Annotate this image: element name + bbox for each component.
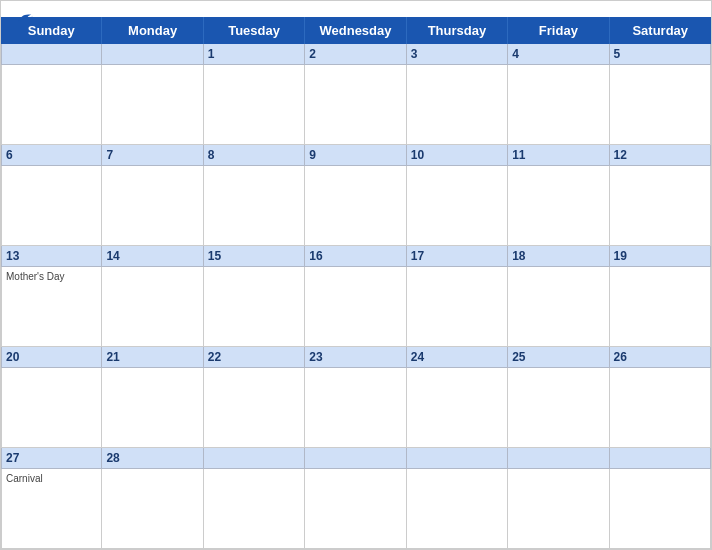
day-content-cell: [508, 166, 609, 246]
day-number-cell: 25: [508, 347, 609, 368]
day-header-tuesday: Tuesday: [204, 17, 305, 44]
day-content-cell: [610, 267, 711, 347]
day-content-cell: [508, 267, 609, 347]
day-number-cell: 19: [610, 246, 711, 267]
day-number-cell: 6: [1, 145, 102, 166]
day-number-cell: 23: [305, 347, 406, 368]
event-label: Mother's Day: [6, 271, 65, 282]
day-number-cell: 26: [610, 347, 711, 368]
day-header-thursday: Thursday: [407, 17, 508, 44]
day-number-cell: 14: [102, 246, 203, 267]
day-number-cell: 5: [610, 44, 711, 65]
calendar-header: [1, 1, 711, 17]
day-number-cell: 2: [305, 44, 406, 65]
calendar-grid: 12345678910111213141516171819Mother's Da…: [1, 44, 711, 549]
week-content-row-4: [1, 368, 711, 448]
day-number-cell: 21: [102, 347, 203, 368]
week-num-row-3: 13141516171819: [1, 246, 711, 267]
day-content-cell: [204, 469, 305, 549]
day-number-cell: 28: [102, 448, 203, 469]
day-content-cell: [204, 267, 305, 347]
week-num-row-1: 12345: [1, 44, 711, 65]
day-content-cell: [305, 469, 406, 549]
week-num-row-5: 2728: [1, 448, 711, 469]
day-content-cell: [610, 65, 711, 145]
day-number-cell: 15: [204, 246, 305, 267]
day-content-cell: [305, 368, 406, 448]
day-number-cell: 11: [508, 145, 609, 166]
day-number-cell: [1, 44, 102, 65]
day-number-cell: 10: [407, 145, 508, 166]
day-content-cell: [204, 166, 305, 246]
calendar: SundayMondayTuesdayWednesdayThursdayFrid…: [0, 0, 712, 550]
day-number-cell: 22: [204, 347, 305, 368]
logo-blue: [17, 11, 35, 25]
day-number-cell: 8: [204, 145, 305, 166]
logo-bird-icon: [17, 11, 33, 25]
day-number-cell: [407, 448, 508, 469]
day-number-cell: [508, 448, 609, 469]
day-content-cell: Carnival: [1, 469, 102, 549]
day-header-monday: Monday: [102, 17, 203, 44]
day-number-cell: 17: [407, 246, 508, 267]
week-content-row-5: Carnival: [1, 469, 711, 549]
day-number-cell: 27: [1, 448, 102, 469]
day-content-cell: [204, 65, 305, 145]
day-number-cell: 20: [1, 347, 102, 368]
day-content-cell: [305, 166, 406, 246]
days-header-row: SundayMondayTuesdayWednesdayThursdayFrid…: [1, 17, 711, 44]
day-content-cell: [610, 368, 711, 448]
day-content-cell: [407, 469, 508, 549]
day-number-cell: 3: [407, 44, 508, 65]
day-content-cell: [407, 166, 508, 246]
day-content-cell: [508, 368, 609, 448]
event-label: Carnival: [6, 473, 43, 484]
day-content-cell: [1, 368, 102, 448]
day-content-cell: [1, 65, 102, 145]
day-number-cell: 24: [407, 347, 508, 368]
day-number-cell: 7: [102, 145, 203, 166]
day-number-cell: [305, 448, 406, 469]
day-content-cell: [1, 166, 102, 246]
day-content-cell: Mother's Day: [1, 267, 102, 347]
day-header-wednesday: Wednesday: [305, 17, 406, 44]
day-content-cell: [508, 469, 609, 549]
day-content-cell: [508, 65, 609, 145]
day-header-friday: Friday: [508, 17, 609, 44]
week-num-row-4: 20212223242526: [1, 347, 711, 368]
day-content-cell: [407, 65, 508, 145]
day-content-cell: [102, 469, 203, 549]
day-number-cell: 16: [305, 246, 406, 267]
day-number-cell: 13: [1, 246, 102, 267]
day-content-cell: [407, 267, 508, 347]
day-number-cell: 18: [508, 246, 609, 267]
week-num-row-2: 6789101112: [1, 145, 711, 166]
day-number-cell: [610, 448, 711, 469]
logo: [17, 11, 35, 25]
day-number-cell: 9: [305, 145, 406, 166]
day-number-cell: 1: [204, 44, 305, 65]
day-content-cell: [102, 65, 203, 145]
day-number-cell: 4: [508, 44, 609, 65]
day-content-cell: [407, 368, 508, 448]
day-content-cell: [610, 166, 711, 246]
day-number-cell: 12: [610, 145, 711, 166]
day-content-cell: [102, 166, 203, 246]
day-content-cell: [102, 368, 203, 448]
week-content-row-3: Mother's Day: [1, 267, 711, 347]
day-content-cell: [204, 368, 305, 448]
day-content-cell: [305, 65, 406, 145]
day-number-cell: [102, 44, 203, 65]
day-content-cell: [305, 267, 406, 347]
day-header-saturday: Saturday: [610, 17, 711, 44]
week-content-row-2: [1, 166, 711, 246]
day-number-cell: [204, 448, 305, 469]
day-content-cell: [610, 469, 711, 549]
week-content-row-1: [1, 65, 711, 145]
day-content-cell: [102, 267, 203, 347]
